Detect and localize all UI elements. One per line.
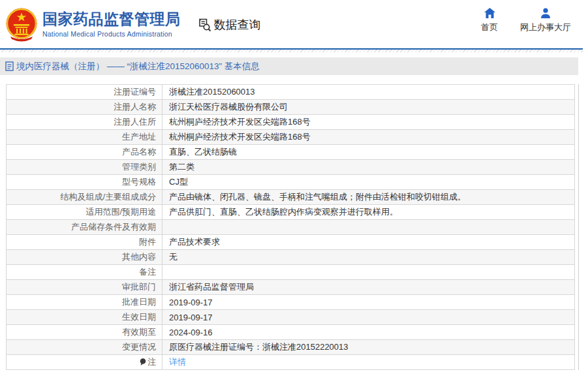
table-row: 适用范围/预期用途产品供肛门、直肠、乙状结肠腔内作病变观察并进行取样用。 [7, 205, 575, 220]
table-row: 产品储存条件及有效期 [7, 220, 575, 235]
nav-online-hall[interactable]: 网上办事大厅 [520, 8, 571, 33]
row-value: 浙械注准20152060013 [162, 85, 575, 100]
row-label: 产品储存条件及有效期 [7, 220, 162, 235]
document-icon [5, 61, 14, 71]
row-value: 浙江省药品监督管理局 [162, 280, 575, 295]
table-row: 注册人名称浙江天松医疗器械股份有限公司 [7, 100, 575, 115]
row-label: 变更情况 [7, 340, 162, 355]
table-row: 附件产品技术要求 [7, 235, 575, 250]
row-label: 注册人名称 [7, 100, 162, 115]
row-value: 无 [162, 250, 575, 265]
table-row: 产品名称直肠、乙状结肠镜 [7, 145, 575, 160]
table-row: 批准日期2019-09-17 [7, 295, 575, 310]
row-label: 结构及组成/主要组成成分 [7, 190, 162, 205]
table-row: 备注 [7, 265, 575, 280]
info-table-body: 注册证编号浙械注准20152060013注册人名称浙江天松医疗器械股份有限公司注… [7, 85, 575, 370]
table-row: 型号规格CJ型 [7, 175, 575, 190]
row-value: 直肠、乙状结肠镜 [162, 145, 575, 160]
data-query-icon [197, 18, 212, 33]
table-row: 生产地址杭州桐庐经济技术开发区尖端路168号 [7, 130, 575, 145]
org-name-zh: 国家药品监督管理局 [42, 10, 181, 27]
nav-home[interactable]: 首页 [481, 8, 498, 33]
nav-home-label: 首页 [481, 22, 498, 33]
row-value [162, 265, 575, 280]
details-link[interactable]: 详情 [169, 357, 186, 367]
table-row: 生效日期2019-09-17 [7, 310, 575, 325]
table-row: 其他内容无 [7, 250, 575, 265]
page-header: 国家药品监督管理局 National Medical Products Admi… [0, 0, 588, 48]
home-icon [484, 8, 495, 18]
row-label: 注 [7, 355, 162, 370]
row-value: 产品供肛门、直肠、乙状结肠腔内作病变观察并进行取样用。 [162, 205, 575, 220]
row-value: 杭州桐庐经济技术开发区尖端路168号 [162, 115, 575, 130]
info-table: 注册证编号浙械注准20152060013注册人名称浙江天松医疗器械股份有限公司注… [6, 84, 575, 370]
row-value: 2019-09-17 [162, 295, 575, 310]
row-value: 产品由镜体、闭孔器、镜盘、手柄和注气嘴组成；附件由活检钳和咬切钳组成。 [162, 190, 575, 205]
org-name-en: National Medical Products Administration [42, 30, 181, 38]
row-label: 其他内容 [7, 250, 162, 265]
data-query-section: 数据查询 [197, 17, 261, 33]
row-label: 管理类别 [7, 160, 162, 175]
row-label: 型号规格 [7, 175, 162, 190]
row-value: 2024-09-16 [162, 325, 575, 340]
row-label: 有效期至 [7, 325, 162, 340]
table-row: 结构及组成/主要组成成分产品由镜体、闭孔器、镜盘、手柄和注气嘴组成；附件由活检钳… [7, 190, 575, 205]
org-title-block: 国家药品监督管理局 National Medical Products Admi… [42, 10, 181, 37]
row-value: 详情 [162, 355, 575, 370]
row-value: CJ型 [162, 175, 575, 190]
row-label: 生产地址 [7, 130, 162, 145]
row-value: 原医疗器械注册证编号：浙械注准20152220013 [162, 340, 575, 355]
row-value: 杭州桐庐经济技术开发区尖端路168号 [162, 130, 575, 145]
table-row: 注详情 [7, 355, 575, 370]
row-label: 备注 [7, 265, 162, 280]
data-query-label: 数据查询 [214, 17, 261, 33]
row-label: 注册人住所 [7, 115, 162, 130]
row-label: 附件 [7, 235, 162, 250]
note-icon [140, 358, 146, 366]
table-row: 变更情况原医疗器械注册证编号：浙械注准20152220013 [7, 340, 575, 355]
registration-info-panel: 注册证编号浙械注准20152060013注册人名称浙江天松医疗器械股份有限公司注… [6, 84, 575, 370]
row-label: 产品名称 [7, 145, 162, 160]
table-row: 注册人住所杭州桐庐经济技术开发区尖端路168号 [7, 115, 575, 130]
row-value: 2019-09-17 [162, 310, 575, 325]
row-label: 审批部门 [7, 280, 162, 295]
row-label: 注册证编号 [7, 85, 162, 100]
header-nav: 首页 网上办事大厅 [481, 8, 571, 33]
user-icon [540, 8, 551, 18]
row-label: 适用范围/预期用途 [7, 205, 162, 220]
breadcrumb: 境内医疗器械（注册） —— “浙械注准20152060013” 基本信息 [0, 57, 578, 75]
row-label: 生效日期 [7, 310, 162, 325]
row-value [162, 220, 575, 235]
header-divider-hatch [0, 50, 583, 52]
table-row: 有效期至2024-09-16 [7, 325, 575, 340]
table-row: 管理类别第二类 [7, 160, 575, 175]
row-value: 浙江天松医疗器械股份有限公司 [162, 100, 575, 115]
row-value: 第二类 [162, 160, 575, 175]
row-label: 批准日期 [7, 295, 162, 310]
breadcrumb-text: 境内医疗器械（注册） —— “浙械注准20152060013” 基本信息 [16, 61, 260, 72]
national-emblem-logo [5, 7, 38, 42]
row-value: 产品技术要求 [162, 235, 575, 250]
table-row: 审批部门浙江省药品监督管理局 [7, 280, 575, 295]
nav-online-hall-label: 网上办事大厅 [520, 22, 571, 33]
table-row: 注册证编号浙械注准20152060013 [7, 85, 575, 100]
